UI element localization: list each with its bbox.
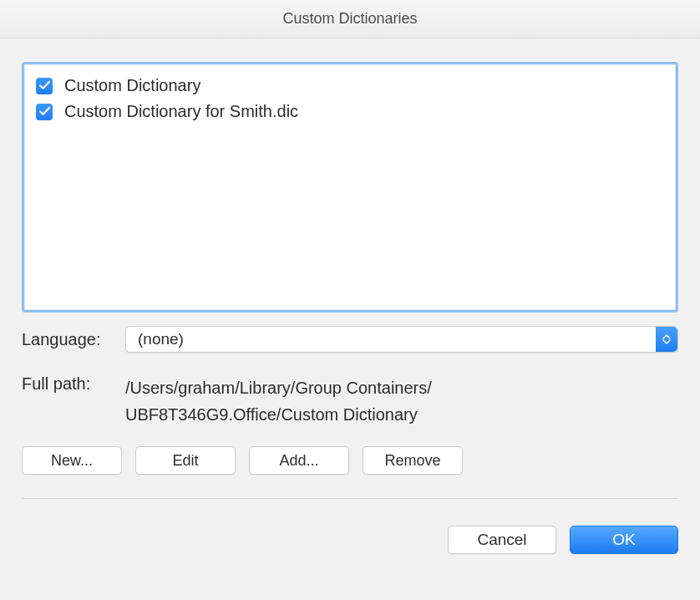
full-path-value: /Users/graham/Library/Group Containers/ … [125, 374, 432, 428]
dialog-footer: Cancel OK [0, 507, 700, 554]
new-button[interactable]: New... [22, 446, 122, 475]
full-path-line: /Users/graham/Library/Group Containers/ [125, 374, 432, 401]
full-path-row: Full path: /Users/graham/Library/Group C… [22, 374, 678, 428]
language-label: Language: [22, 330, 125, 349]
add-button[interactable]: Add... [249, 446, 349, 475]
language-select[interactable]: (none) [125, 326, 678, 353]
checkbox-icon[interactable] [36, 78, 53, 94]
remove-button[interactable]: Remove [363, 446, 463, 475]
dictionary-item[interactable]: Custom Dictionary for Smith.dic [36, 99, 664, 125]
language-value: (none) [138, 330, 184, 348]
cancel-button[interactable]: Cancel [448, 526, 556, 554]
dictionary-item[interactable]: Custom Dictionary [36, 73, 664, 99]
action-button-row: New... Edit Add... Remove [22, 446, 678, 475]
divider [22, 498, 678, 499]
dialog-content: Custom Dictionary Custom Dictionary for … [0, 38, 700, 507]
select-stepper-icon [656, 327, 677, 352]
ok-button[interactable]: OK [570, 526, 678, 554]
dictionary-list[interactable]: Custom Dictionary Custom Dictionary for … [22, 62, 678, 313]
dictionary-item-label: Custom Dictionary for Smith.dic [64, 102, 298, 121]
window-title: Custom Dictionaries [282, 10, 417, 28]
language-row: Language: (none) [22, 326, 678, 353]
checkbox-icon[interactable] [36, 104, 53, 120]
edit-button[interactable]: Edit [135, 446, 236, 475]
window-titlebar: Custom Dictionaries [0, 0, 700, 38]
full-path-label: Full path: [22, 374, 125, 394]
dictionary-item-label: Custom Dictionary [64, 76, 200, 95]
full-path-line: UBF8T346G9.Office/Custom Dictionary [125, 401, 432, 428]
